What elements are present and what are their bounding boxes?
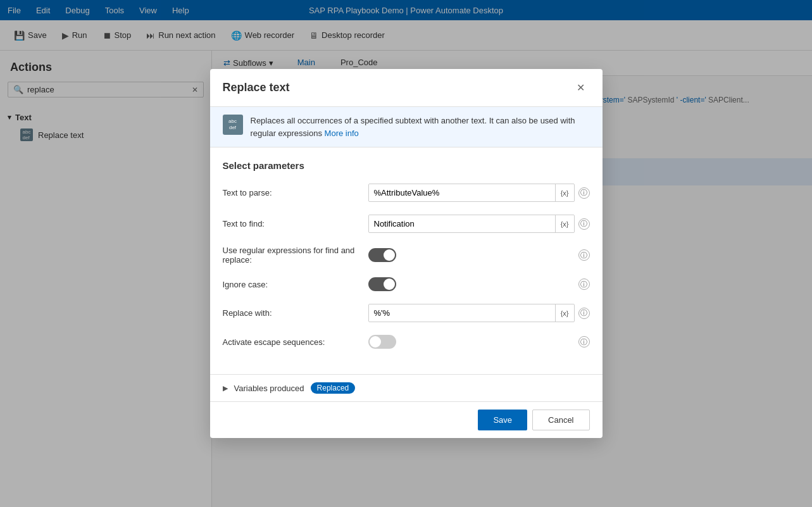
param-text-to-parse: Text to parse: {x} ⓘ [223, 184, 590, 202]
text-to-find-control: {x} ⓘ [368, 215, 590, 233]
replace-with-info-icon[interactable]: ⓘ [578, 308, 590, 319]
activate-escape-label: Activate escape sequences: [223, 337, 368, 347]
dialog-info-text: Replaces all occurrences of a specified … [251, 115, 590, 139]
dialog-info-banner: abcdef Replaces all occurrences of a spe… [210, 107, 603, 147]
use-regex-toggle[interactable] [368, 248, 396, 262]
param-ignore-case: Ignore case: ⓘ [223, 277, 590, 291]
param-text-to-find: Text to find: {x} ⓘ [223, 215, 590, 233]
ignore-case-control: ⓘ [368, 277, 590, 291]
replace-text-dialog: Replace text ✕ abcdef Replaces all occur… [210, 69, 603, 438]
text-to-find-label: Text to find: [223, 219, 368, 228]
variables-produced-section: ▶ Variables produced Replaced [210, 374, 603, 401]
text-to-parse-input-group: {x} [368, 184, 575, 202]
dialog-title: Replace text [223, 81, 290, 94]
activate-escape-toggle-thumb [370, 336, 381, 347]
replace-with-control: {x} ⓘ [368, 304, 590, 322]
param-use-regex: Use regular expressions for find and rep… [223, 246, 590, 265]
dialog-close-button[interactable]: ✕ [572, 79, 590, 96]
text-to-parse-control: {x} ⓘ [368, 184, 590, 202]
text-to-find-var-button[interactable]: {x} [555, 215, 574, 232]
activate-escape-toggle-track [368, 335, 396, 349]
dialog-action-icon: abcdef [223, 115, 243, 135]
replace-with-label: Replace with: [223, 308, 368, 318]
replace-with-input-group: {x} [368, 304, 575, 322]
param-replace-with: Replace with: {x} ⓘ [223, 304, 590, 322]
text-to-find-input-group: {x} [368, 215, 575, 233]
dialog-body: Select parameters Text to parse: {x} ⓘ T… [210, 147, 603, 374]
ignore-case-toggle-thumb [384, 279, 395, 290]
text-to-parse-var-button[interactable]: {x} [555, 184, 574, 201]
use-regex-toggle-track [368, 248, 396, 262]
ignore-case-label: Ignore case: [223, 280, 368, 289]
dialog-header: Replace text ✕ [210, 69, 603, 107]
variables-produced-header[interactable]: ▶ Variables produced Replaced [223, 382, 590, 394]
ignore-case-toggle[interactable] [368, 277, 396, 291]
text-to-find-input[interactable] [369, 215, 555, 232]
dialog-cancel-button[interactable]: Cancel [532, 410, 589, 430]
text-to-parse-input[interactable] [369, 184, 555, 201]
replace-with-input[interactable] [369, 304, 555, 322]
text-to-parse-label: Text to parse: [223, 188, 368, 197]
use-regex-label: Use regular expressions for find and rep… [223, 246, 368, 265]
more-info-link[interactable]: More info [325, 128, 359, 138]
text-to-find-info-icon[interactable]: ⓘ [578, 218, 590, 230]
vars-label: Variables produced [234, 384, 304, 393]
ignore-case-info-icon[interactable]: ⓘ [578, 279, 590, 290]
activate-escape-control: ⓘ [368, 335, 590, 349]
use-regex-toggle-thumb [384, 249, 395, 261]
replace-with-var-button[interactable]: {x} [555, 304, 574, 322]
activate-escape-info-icon[interactable]: ⓘ [578, 336, 590, 347]
vars-chevron-icon: ▶ [223, 384, 228, 392]
dialog-overlay: Replace text ✕ abcdef Replaces all occur… [0, 0, 812, 507]
dialog-footer: Save Cancel [210, 401, 603, 438]
replaced-badge: Replaced [311, 382, 356, 394]
ignore-case-toggle-track [368, 277, 396, 291]
text-to-parse-info-icon[interactable]: ⓘ [578, 187, 590, 199]
use-regex-info-icon[interactable]: ⓘ [578, 249, 590, 261]
dialog-save-button[interactable]: Save [478, 410, 527, 430]
param-activate-escape: Activate escape sequences: ⓘ [223, 335, 590, 349]
section-title: Select parameters [223, 160, 590, 171]
activate-escape-toggle[interactable] [368, 335, 396, 349]
use-regex-control: ⓘ [368, 248, 590, 262]
